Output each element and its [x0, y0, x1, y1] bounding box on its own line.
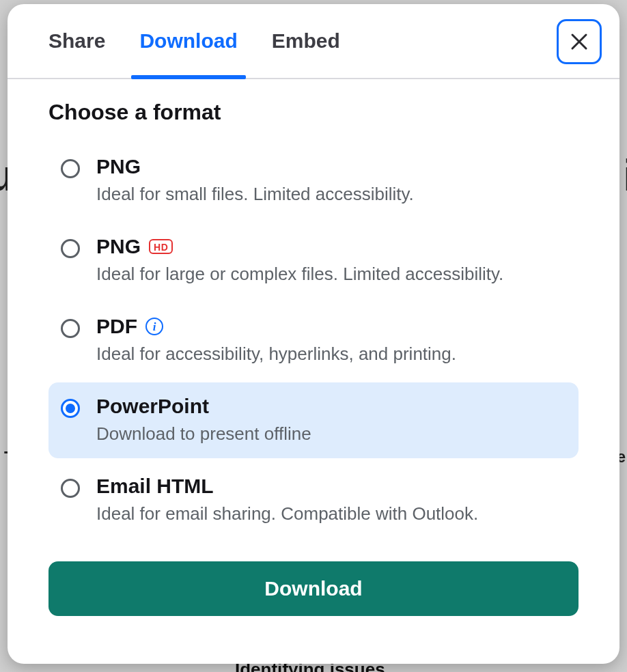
modal-header: Share Download Embed: [8, 4, 619, 79]
option-text: Email HTML Ideal for email sharing. Comp…: [96, 475, 478, 526]
radio-email-html[interactable]: [61, 479, 80, 498]
hd-badge-icon: HD: [149, 239, 173, 254]
option-desc: Ideal for large or complex files. Limite…: [96, 262, 503, 286]
option-title: PNG: [96, 235, 141, 258]
option-png-hd[interactable]: PNG HD Ideal for large or complex files.…: [48, 223, 579, 298]
modal-body: Choose a format PNG Ideal for small file…: [8, 79, 619, 664]
option-desc: Download to present offline: [96, 422, 311, 446]
modal-tabs: Share Download Embed: [8, 4, 619, 79]
option-powerpoint[interactable]: PowerPoint Download to present offline: [48, 382, 579, 458]
tab-download[interactable]: Download: [139, 4, 237, 78]
option-title: PowerPoint: [96, 395, 209, 418]
format-options: PNG Ideal for small files. Limited acces…: [48, 143, 579, 538]
option-text: PDF i Ideal for accessibility, hyperlink…: [96, 315, 456, 366]
option-title: Email HTML: [96, 475, 214, 498]
radio-pdf[interactable]: [61, 319, 80, 338]
option-text: PowerPoint Download to present offline: [96, 395, 311, 446]
option-title-row: PNG HD: [96, 235, 503, 258]
option-title-row: PNG: [96, 155, 414, 178]
option-title-row: Email HTML: [96, 475, 478, 498]
section-heading: Choose a format: [48, 100, 579, 125]
option-text: PNG HD Ideal for large or complex files.…: [96, 235, 503, 286]
backdrop-text: i: [623, 150, 627, 201]
option-title: PNG: [96, 155, 141, 178]
option-email-html[interactable]: Email HTML Ideal for email sharing. Comp…: [48, 462, 579, 538]
tab-embed[interactable]: Embed: [272, 4, 340, 78]
download-button[interactable]: Download: [48, 561, 579, 616]
radio-powerpoint[interactable]: [61, 399, 80, 418]
option-pdf[interactable]: PDF i Ideal for accessibility, hyperlink…: [48, 303, 579, 378]
option-title-row: PowerPoint: [96, 395, 311, 418]
info-icon[interactable]: i: [145, 318, 163, 335]
option-desc: Ideal for accessibility, hyperlinks, and…: [96, 342, 456, 366]
close-button[interactable]: [557, 19, 602, 64]
download-modal: Share Download Embed Choose a format PNG…: [8, 4, 619, 664]
option-title: PDF: [96, 315, 137, 338]
radio-png-hd[interactable]: [61, 239, 80, 258]
option-title-row: PDF i: [96, 315, 456, 338]
option-text: PNG Ideal for small files. Limited acces…: [96, 155, 414, 206]
close-icon: [569, 31, 589, 52]
option-png[interactable]: PNG Ideal for small files. Limited acces…: [48, 143, 579, 219]
tab-share[interactable]: Share: [48, 4, 105, 78]
radio-png[interactable]: [61, 159, 80, 178]
option-desc: Ideal for small files. Limited accessibi…: [96, 182, 414, 206]
option-desc: Ideal for email sharing. Compatible with…: [96, 502, 478, 526]
